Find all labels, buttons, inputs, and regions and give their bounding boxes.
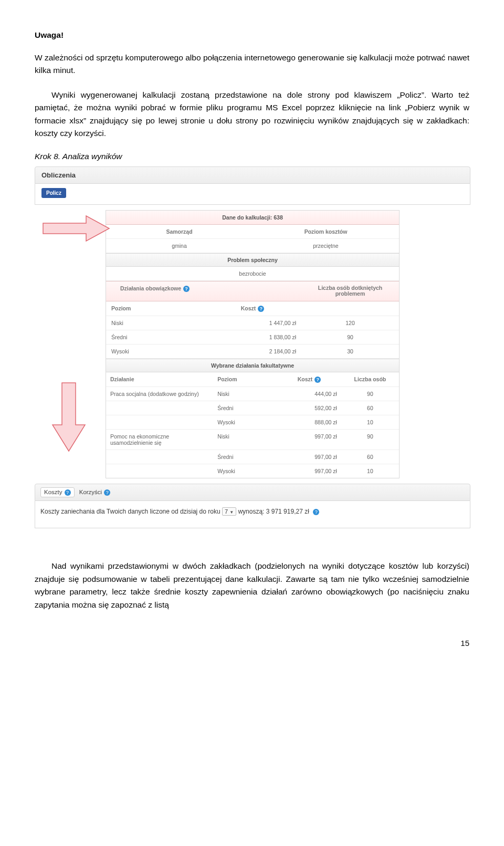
cell: Wysoki — [213, 464, 277, 478]
doc-paragraph-1: W zależności od sprzętu komputerowego al… — [35, 51, 469, 77]
select-value: 7 — [225, 508, 228, 515]
col-header: Poziom — [106, 301, 204, 316]
col-header: Samorząd — [106, 225, 253, 238]
label: Działania obowiązkowe — [120, 285, 181, 291]
col-header: Koszt? — [277, 372, 341, 387]
table-row: Wysoki 888,00 zł 10 — [106, 415, 399, 430]
cell: 60 — [341, 450, 399, 464]
doc-heading: Uwaga! — [35, 30, 469, 40]
table-row: Działanie Poziom Koszt? Liczba osób — [106, 372, 399, 387]
step-label: Krok 8. Analiza wyników — [35, 152, 469, 161]
embedded-screenshot: Obliczenia Policz Dane do kalkulacji: 63… — [35, 166, 470, 528]
cell: 997,00 zł — [277, 430, 341, 450]
section-header: Problem społeczny — [106, 253, 399, 267]
cell: Średni — [213, 450, 277, 464]
cell: 10 — [341, 464, 399, 478]
policz-button[interactable]: Policz — [41, 188, 66, 198]
cell: 10 — [341, 415, 399, 429]
col-header: Poziom — [213, 372, 277, 387]
result-text-post: wynoszą: 3 971 919,27 zł — [238, 508, 309, 515]
cell: Niski — [213, 430, 277, 450]
cell: 90 — [341, 387, 399, 401]
cell: 592,00 zł — [277, 401, 341, 415]
cell: Niski — [213, 387, 277, 401]
page-number: 15 — [35, 639, 469, 647]
doc-paragraph-2: Wyniki wygenerowanej kalkulacji zostaną … — [35, 89, 469, 140]
help-icon[interactable]: ? — [258, 306, 264, 312]
calc-table: Dane do kalkulacji: 638 Samorząd Poziom … — [106, 210, 400, 478]
cell: Średni — [106, 330, 204, 344]
cell: 997,00 zł — [277, 464, 341, 478]
table-row: Poziom Koszt? — [106, 301, 399, 316]
table-row: Praca socjalna (dodatkowe godziny) Niski… — [106, 387, 399, 401]
cell: 1 838,00 zł — [204, 330, 301, 344]
arrow-down-icon — [50, 382, 87, 453]
cell: 444,00 zł — [277, 387, 341, 401]
table-row: Pomoc na ekonomiczne usamodzielnienie si… — [106, 430, 399, 450]
table-row: Średni 997,00 zł 60 — [106, 450, 399, 464]
cell: przeciętne — [253, 239, 399, 253]
result-text-pre: Koszty zaniechania dla Twoich danych lic… — [40, 508, 220, 515]
col-header — [204, 281, 301, 301]
cell: 2 184,00 zł — [204, 344, 301, 358]
cell: 90 — [301, 330, 399, 344]
table-row: Niski 1 447,00 zł 120 — [106, 316, 399, 330]
table-row: bezrobocie — [106, 267, 399, 281]
calc-title: Dane do kalkulacji: 638 — [106, 211, 399, 225]
col-header: Koszt? — [204, 301, 301, 316]
table-row: Średni 1 838,00 zł 90 — [106, 330, 399, 344]
col-header: Działanie — [106, 372, 213, 387]
tabs-body: Koszty zaniechania dla Twoich danych lic… — [35, 501, 470, 528]
cell — [106, 464, 213, 478]
col-header: Działania obowiązkowe? — [106, 281, 204, 301]
help-icon[interactable]: ? — [314, 377, 321, 383]
col-header: Liczba osób — [341, 372, 399, 387]
label: Koszt — [298, 376, 313, 382]
cell: bezrobocie — [106, 267, 399, 280]
table-row: Samorząd Poziom kosztów — [106, 225, 399, 239]
help-icon[interactable]: ? — [183, 286, 190, 292]
cell: 997,00 zł — [277, 450, 341, 464]
doc-paragraph-3: Nad wynikami przedstawionymi w dwóch zak… — [35, 560, 469, 611]
table-row: Średni 592,00 zł 60 — [106, 401, 399, 415]
cell: Praca socjalna (dodatkowe godziny) — [106, 387, 213, 401]
label: Koszt — [241, 305, 256, 311]
table-row: gmina przeciętne — [106, 239, 399, 253]
section-header: Działania obowiązkowe? Liczba osób dotkn… — [106, 281, 399, 301]
cell: Niski — [106, 316, 204, 330]
cell: gmina — [106, 239, 253, 253]
arrow-right-icon — [42, 214, 110, 243]
panel-body-top: Policz — [35, 184, 470, 205]
cell: Średni — [213, 401, 277, 415]
help-icon[interactable]: ? — [65, 489, 71, 496]
cell: Wysoki — [213, 415, 277, 429]
cell: Wysoki — [106, 344, 204, 358]
chevron-down-icon: ▼ — [229, 510, 234, 515]
help-icon[interactable]: ? — [313, 509, 319, 515]
help-icon[interactable]: ? — [104, 489, 110, 496]
cell: 120 — [301, 316, 399, 330]
cell: 888,00 zł — [277, 415, 341, 429]
year-select[interactable]: 7▼ — [222, 507, 236, 516]
tab-koszty[interactable]: Koszty? — [40, 487, 75, 497]
tabs-bar: Koszty? Korzyści? — [35, 484, 470, 501]
cell — [106, 401, 213, 415]
tab-label: Koszty — [44, 489, 62, 495]
tab-label: Korzyści — [79, 489, 102, 495]
table-row: Wysoki 2 184,00 zł 30 — [106, 344, 399, 359]
table-row: Wysoki 997,00 zł 10 — [106, 464, 399, 478]
col-header: Liczba osób dotkniętych problemem — [301, 281, 399, 301]
section-header: Wybrane działania fakultatywne — [106, 359, 399, 372]
tab-korzysci[interactable]: Korzyści? — [76, 488, 113, 497]
panel-header: Obliczenia — [35, 166, 470, 184]
cell — [106, 415, 213, 429]
cell — [106, 450, 213, 464]
cell: 1 447,00 zł — [204, 316, 301, 330]
cell: 30 — [301, 344, 399, 358]
col-header — [301, 301, 399, 316]
col-header: Poziom kosztów — [253, 225, 399, 238]
cell: 90 — [341, 430, 399, 450]
cell: 60 — [341, 401, 399, 415]
cell: Pomoc na ekonomiczne usamodzielnienie si… — [106, 430, 213, 450]
